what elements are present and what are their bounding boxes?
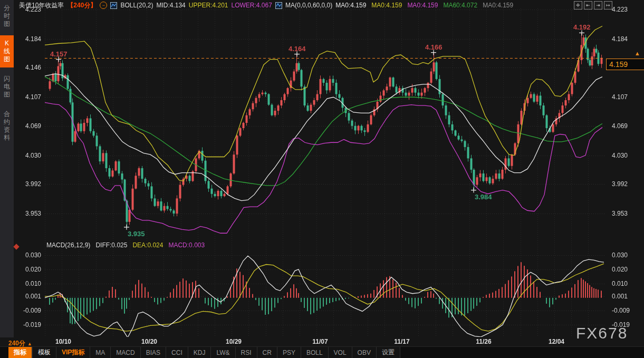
macd-macd-value: MACD:0.003	[168, 241, 205, 249]
last-price-value: 4.159	[609, 60, 628, 69]
app-window: 分 时 图K 线 图闪 电 图合 约 资 料 美债10年收益率 【240分】 −…	[0, 0, 644, 358]
annotation-low-label: 3.935	[128, 230, 145, 238]
ma-value: MA0:4.159	[335, 2, 366, 9]
toolbar-item-VOL[interactable]: VOL	[329, 347, 352, 358]
annotation-high-label: 4.166	[425, 43, 443, 51]
toolbar-item-OBV[interactable]: OBV	[352, 347, 377, 358]
toolbar-item-MA[interactable]: MA	[90, 347, 111, 358]
toolbar-item-CCI[interactable]: CCI	[166, 347, 188, 358]
axis-tick-label: 3.953	[16, 210, 41, 217]
price-up-arrow-icon: ▲	[635, 50, 640, 56]
annotation-high-label: 4.164	[289, 45, 306, 53]
axis-tick-label: -0.019	[612, 321, 630, 328]
sidebar-item-分时图[interactable]: 分 时 图	[0, 0, 14, 32]
annotation-high-label: 4.157	[50, 50, 68, 58]
ma-value: MA0:4.159	[371, 2, 402, 9]
boll-lower-value: LOWER:4.067	[232, 2, 272, 9]
ma-value: MA60:4.072	[443, 2, 477, 9]
axis-tick-label: 4.223	[612, 6, 628, 13]
x-axis-date-label: 12/04	[549, 338, 564, 345]
axis-tick-label: 4.146	[16, 64, 41, 71]
ma-settings-label: MA(0,0,0,60,0,0)	[285, 2, 332, 9]
boll-upper-value: UPPER:4.201	[189, 2, 228, 9]
axis-tick-label: 3.953	[612, 210, 628, 217]
collapse-icon[interactable]: −	[100, 2, 107, 9]
x-axis-dates: 10/1010/2010/2911/0711/1711/2612/04	[0, 338, 644, 346]
toolbar-item-VIP指标[interactable]: VIP指标	[56, 347, 90, 358]
chart-canvas[interactable]	[0, 0, 644, 358]
axis-tick-label: 3.992	[16, 180, 41, 188]
x-axis-date-label: 11/07	[312, 338, 328, 345]
sidebar-item-合约资料[interactable]: 合 约 资 料	[0, 106, 14, 146]
toolbar-item-MACD[interactable]: MACD	[111, 347, 140, 358]
axis-tick-label: -0.009	[16, 307, 41, 314]
ma-indicator-icon[interactable]	[275, 2, 282, 9]
boll-settings-label: BOLL(20,2)	[120, 2, 153, 9]
annotation-low-label: 3.984	[475, 193, 492, 201]
axis-tick-label: 4.069	[16, 122, 41, 130]
chart-header: 美债10年收益率 【240分】 − BOLL(20,2) MID:4.134 U…	[19, 1, 518, 9]
bottom-toolbar: 指标模板VIP指标MAMACDBIASCCIKDJLW&RSICRPSYBOLL…	[0, 346, 644, 358]
axis-tick-label: 0.030	[16, 251, 41, 259]
annotation-high-label: 4.192	[573, 23, 591, 31]
axis-tick-label: 3.992	[612, 180, 628, 188]
axis-tick-label: 0.030	[612, 251, 628, 259]
toolbar-item-设置[interactable]: 设置	[377, 347, 400, 358]
axis-tick-label: 4.107	[16, 93, 41, 101]
ma-value: MA0:4.159	[407, 2, 438, 9]
macd-settings-label: MACD(26,12,9)	[46, 241, 90, 249]
toolbar-item-BIAS[interactable]: BIAS	[141, 347, 166, 358]
x-axis-date-label: 10/20	[141, 338, 157, 345]
macd-diff-value: DIFF:0.025	[95, 241, 127, 249]
caret-up-icon: ▲	[27, 341, 32, 346]
toolbar-item-BOLL[interactable]: BOLL	[301, 347, 329, 358]
axis-tick-label: 0.010	[612, 280, 628, 287]
axis-tick-label: 0.010	[16, 280, 41, 287]
macd-dea-value: DEA:0.024	[132, 241, 163, 249]
scale-left-icon[interactable]: ⇤	[584, 1, 592, 9]
chart-period-label: 【240分】	[67, 1, 97, 10]
ma-value: MA0:4.159	[483, 2, 513, 9]
scale-right-icon[interactable]: ⇥	[594, 1, 602, 9]
x-axis-date-label: 11/26	[476, 338, 491, 345]
sidebar-item-K线图[interactable]: K 线 图	[0, 35, 14, 67]
x-axis-date-label: 10/10	[55, 338, 71, 345]
macd-header: MACD(26,12,9) DIFF:0.025 DEA:0.024 MACD:…	[46, 241, 205, 249]
ma-values: MA0:4.159MA0:4.159MA0:4.159MA60:4.072MA0…	[335, 2, 518, 9]
axis-tick-label: 4.030	[612, 152, 628, 159]
toolbar-item-CR[interactable]: CR	[257, 347, 277, 358]
boll-mid-value: MID:4.134	[156, 2, 185, 9]
sidebar-item-闪电图[interactable]: 闪 电 图	[0, 71, 14, 103]
chart-title: 美债10年收益率	[19, 1, 64, 10]
x-axis-date-label: 11/17	[394, 338, 409, 345]
pane-expand-icon[interactable]: ↦	[604, 1, 612, 9]
axis-tick-label: 4.030	[16, 152, 41, 159]
toolbar-item-指标[interactable]: 指标	[8, 347, 32, 358]
axis-tick-label: 4.184	[16, 35, 41, 43]
axis-tick-label: 0.001	[612, 293, 628, 300]
sidebar: 分 时 图K 线 图闪 电 图合 约 资 料	[0, 0, 14, 337]
toolbar-item-模板[interactable]: 模板	[32, 347, 56, 358]
last-price-box: 4.159	[606, 59, 644, 70]
axis-tick-label: 0.001	[16, 293, 41, 300]
header-icon-buttons: ✛⇤⇥↦	[574, 1, 612, 9]
x-axis-date-label: 10/29	[226, 338, 242, 345]
toolbar-item-PSY[interactable]: PSY	[277, 347, 301, 358]
period-button-label: 240分	[8, 340, 25, 347]
axis-tick-label: 0.020	[612, 266, 628, 273]
boll-indicator-icon[interactable]	[110, 2, 117, 9]
axis-tick-label: 0.020	[16, 266, 41, 273]
axis-tick-label: 4.107	[612, 93, 628, 101]
axis-tick-label: 4.184	[612, 35, 628, 43]
axis-tick-label: -0.019	[16, 321, 41, 328]
pan-icon[interactable]: ✛	[574, 1, 582, 9]
axis-tick-label: -0.009	[612, 307, 630, 314]
axis-tick-label: 4.069	[612, 122, 628, 130]
toolbar-item-LW&[interactable]: LW&	[211, 347, 235, 358]
toolbar-item-RSI[interactable]: RSI	[236, 347, 257, 358]
toolbar-item-KDJ[interactable]: KDJ	[188, 347, 212, 358]
y-axis-left: 4.2234.1844.1464.1074.0694.0303.9923.953…	[16, 0, 42, 348]
